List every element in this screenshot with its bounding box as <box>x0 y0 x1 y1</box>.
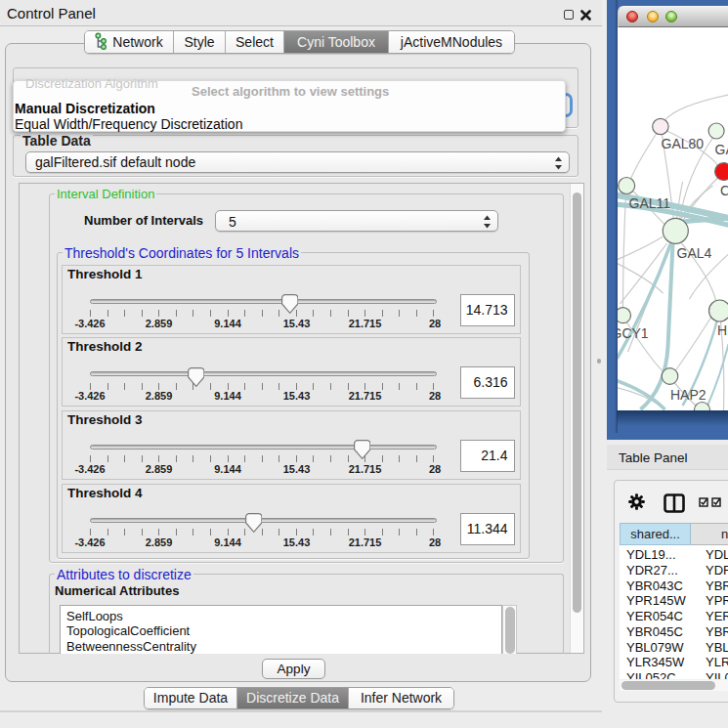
svg-text:GCY1: GCY1 <box>618 325 649 341</box>
svg-text:GAL11: GAL11 <box>628 195 670 211</box>
svg-text:GAL4: GAL4 <box>676 245 711 261</box>
svg-text:H: H <box>717 322 727 338</box>
svg-text:GA: GA <box>714 142 728 157</box>
svg-text:GAL80: GAL80 <box>661 136 704 151</box>
svg-text:HAP2: HAP2 <box>670 387 707 403</box>
svg-text:C: C <box>720 183 728 198</box>
